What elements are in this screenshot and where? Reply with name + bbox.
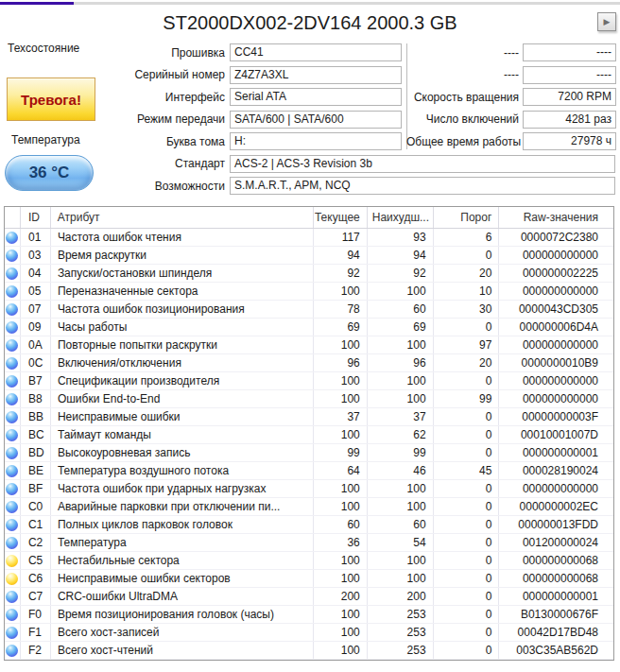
status-cell <box>5 372 21 389</box>
raw-cell: 000000006D4A <box>499 319 613 336</box>
attribute-cell: Спецификации производителя <box>51 372 314 389</box>
smart-table-row[interactable]: C6 Неисправимые ошибки секторов 100 100 … <box>5 570 613 588</box>
smart-table-row[interactable]: 03 Время раскрутки 94 94 0 000000000000 <box>5 247 613 265</box>
next-drive-button[interactable]: ▶ <box>597 12 616 31</box>
smart-table-row[interactable]: 04 Запуски/остановки шпинделя 92 92 20 0… <box>5 265 613 283</box>
status-orb-icon <box>6 447 18 459</box>
current-cell: 100 <box>314 606 368 623</box>
threshold-cell: 0 <box>434 534 500 551</box>
smart-table-row[interactable]: 0A Повторные попытки раскрутки 100 100 9… <box>5 336 613 354</box>
smart-table-row[interactable]: BF Частота ошибок при ударных нагрузках … <box>5 480 613 498</box>
smart-table-row[interactable]: F1 Всего хост-записей 100 253 0 00042D17… <box>5 624 613 642</box>
info-field-value[interactable]: ---- <box>523 43 616 61</box>
smart-table-row[interactable]: C1 Полных циклов парковок головок 60 60 … <box>5 516 613 534</box>
info-field-value[interactable]: 7200 RPM <box>523 88 616 106</box>
info-field-value[interactable]: SATA/600 | SATA/600 <box>230 111 402 129</box>
header-threshold[interactable]: Порог <box>434 207 500 228</box>
info-field-value[interactable]: 27978 ч <box>523 132 616 150</box>
status-cell <box>5 552 21 569</box>
status-orb-icon <box>6 303 18 316</box>
attribute-cell: Переназначенные сектора <box>51 283 314 300</box>
threshold-cell: 45 <box>434 462 500 479</box>
smart-table-row[interactable]: C7 CRC-ошибки UltraDMA 200 200 0 0000000… <box>5 588 613 606</box>
info-field-value[interactable]: ---- <box>523 66 616 84</box>
header-id[interactable]: ID <box>21 207 51 228</box>
smart-table-row[interactable]: C2 Температура 36 54 0 001200000024 <box>5 534 613 552</box>
info-row: ---- ---- <box>406 43 616 61</box>
worst-cell: 253 <box>368 624 434 641</box>
worst-cell: 100 <box>368 552 434 569</box>
status-cell <box>5 426 21 443</box>
id-cell: 04 <box>21 265 51 282</box>
raw-cell: B0130000676F <box>499 606 613 623</box>
threshold-cell: 0 <box>434 624 500 641</box>
status-orb-icon <box>6 393 18 405</box>
drive-select-indicator <box>0 2 74 5</box>
current-cell: 100 <box>314 426 368 443</box>
threshold-cell: 0 <box>434 606 500 623</box>
id-cell: 0C <box>21 354 51 371</box>
threshold-cell: 0 <box>434 552 500 569</box>
smart-table-header: ID Атрибут Текущее Наихудш... Порог Raw-… <box>5 207 613 229</box>
smart-table-row[interactable]: C5 Нестабильные сектора 100 100 0 000000… <box>5 552 613 570</box>
status-cell <box>5 534 21 551</box>
info-row: Скорость вращения 7200 RPM <box>406 88 616 106</box>
attribute-cell: Таймаут команды <box>51 426 314 443</box>
header-attribute[interactable]: Атрибут <box>51 207 314 228</box>
status-cell <box>5 247 21 264</box>
attribute-cell: Время раскрутки <box>51 247 314 264</box>
smart-table-row[interactable]: F2 Всего хост-чтений 100 253 0 003C35AB5… <box>5 642 613 660</box>
current-cell: 100 <box>314 372 368 389</box>
smart-table-row[interactable]: B7 Спецификации производителя 100 100 0 … <box>5 372 613 390</box>
attribute-cell: Часы работы <box>51 319 314 336</box>
current-cell: 64 <box>314 462 368 479</box>
info-row: Число включений 4281 раз <box>406 111 616 129</box>
header-raw-values[interactable]: Raw-значения <box>499 207 613 228</box>
raw-cell: 000000002225 <box>499 265 613 282</box>
raw-cell: 000000000068 <box>499 570 613 587</box>
smart-table-row[interactable]: BD Высокоуровневая запись 99 99 0 000000… <box>5 444 613 462</box>
info-field-value[interactable]: Z4Z7A3XL <box>230 66 402 84</box>
smart-table-row[interactable]: 07 Частота ошибок позиционирования 78 60… <box>5 301 613 319</box>
smart-table-row[interactable]: 01 Частота ошибок чтения 117 93 6 000007… <box>5 229 613 247</box>
raw-cell: 0000072C2380 <box>499 229 613 246</box>
smart-table-row[interactable]: B8 Ошибки End-to-End 100 100 99 00000000… <box>5 390 613 408</box>
smart-table-row[interactable]: F0 Время позиционирования головок (часы)… <box>5 606 613 624</box>
raw-cell: 00010001007D <box>499 426 613 443</box>
threshold-cell: 20 <box>434 265 500 282</box>
id-cell: 07 <box>21 301 51 318</box>
info-field-value[interactable]: ACS-2 | ACS-3 Revision 3b <box>230 155 615 173</box>
id-cell: F1 <box>21 624 51 641</box>
raw-cell: 000000000000 <box>499 390 613 407</box>
smart-table-row[interactable]: 0C Включения/отключения 96 96 20 0000000… <box>5 354 613 372</box>
smart-table-row[interactable]: C0 Аварийные парковки при отключении пи.… <box>5 498 613 516</box>
raw-cell: 00042D17BD48 <box>499 624 613 641</box>
info-field-value[interactable]: Serial ATA <box>230 88 402 106</box>
smart-table-row[interactable]: BE Температура воздушного потока 64 46 4… <box>5 462 613 480</box>
worst-cell: 54 <box>368 534 434 551</box>
smart-table-row[interactable]: BC Таймаут команды 100 62 0 00010001007D <box>5 426 613 444</box>
id-cell: F2 <box>21 642 51 659</box>
header-worst[interactable]: Наихудш... <box>368 207 434 228</box>
smart-table-row[interactable]: 05 Переназначенные сектора 100 100 10 00… <box>5 283 613 301</box>
attribute-cell: Температура <box>51 534 314 551</box>
smart-table-row[interactable]: BB Неисправимые ошибки 37 37 0 000000000… <box>5 408 613 426</box>
attribute-cell: Всего хост-чтений <box>51 642 314 659</box>
info-field-value[interactable]: 4281 раз <box>523 111 616 129</box>
worst-cell: 96 <box>368 354 434 371</box>
info-field-label: Возможности <box>0 180 225 193</box>
id-cell: C2 <box>21 534 51 551</box>
smart-table-row[interactable]: 09 Часы работы 69 69 0 000000006D4A <box>5 319 613 336</box>
smart-attributes-table: ID Атрибут Текущее Наихудш... Порог Raw-… <box>4 206 614 661</box>
info-field-value[interactable]: H: <box>230 132 402 150</box>
status-orb-icon <box>6 501 18 513</box>
attribute-cell: Запуски/остановки шпинделя <box>51 265 314 282</box>
info-field-value[interactable]: CC41 <box>230 43 402 61</box>
status-cell <box>5 444 21 461</box>
status-orb-icon <box>6 609 18 621</box>
info-field-value[interactable]: S.M.A.R.T., APM, NCQ <box>230 177 615 195</box>
header-current[interactable]: Текущее <box>314 207 368 228</box>
status-orb-icon <box>6 411 18 423</box>
id-cell: C6 <box>21 570 51 587</box>
id-cell: 01 <box>21 229 51 246</box>
